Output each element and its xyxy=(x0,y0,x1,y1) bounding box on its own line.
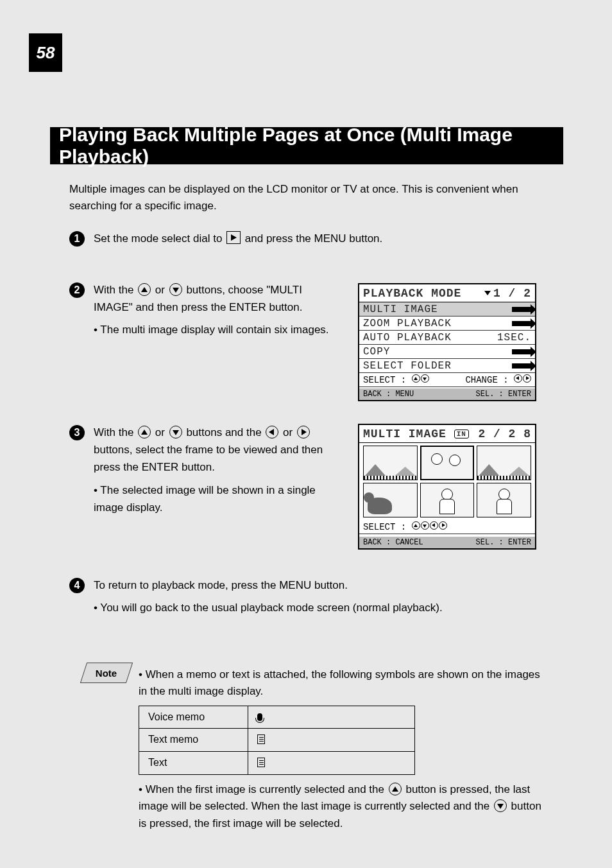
thumbnail-4 xyxy=(363,483,418,517)
lcd1-footer: BACK : MENU SEL. : ENTER xyxy=(359,388,535,400)
lcd1-page: 1 / 2 xyxy=(484,287,531,300)
mini-up-icon xyxy=(412,374,420,383)
memory-in-badge: IN xyxy=(454,430,469,438)
down-arrow-icon xyxy=(169,426,182,438)
mini-down-icon xyxy=(421,374,429,383)
lcd2-title: MULTI IMAGE xyxy=(363,428,446,440)
up-arrow-icon xyxy=(138,283,151,296)
right-arrow-icon xyxy=(297,426,310,438)
note-badge: Note xyxy=(80,663,133,683)
down-arrow-icon xyxy=(169,283,182,296)
step-3-bullet: • The selected image will be shown in a … xyxy=(94,484,316,514)
step-badge-2: 2 xyxy=(69,282,85,298)
step-1: 1 Set the mode select dial to and press … xyxy=(69,230,562,247)
lcd1-header: PLAYBACK MODE 1 / 2 xyxy=(359,284,535,302)
thumbnail-6 xyxy=(477,483,531,517)
step-3-text-a: With the xyxy=(94,426,137,438)
lcd2-nav: SELECT : xyxy=(359,520,535,534)
step-4-bullet: • You will go back to the usual playback… xyxy=(94,602,443,614)
step-badge-3: 3 xyxy=(69,425,85,440)
page-down-indicator-icon xyxy=(484,291,491,295)
symbol-cell xyxy=(248,729,415,752)
symbol-cell xyxy=(248,752,415,775)
symbol-cell xyxy=(248,706,415,729)
doc-icon xyxy=(257,758,265,767)
step-4-text: To return to playback mode, press the ME… xyxy=(94,579,348,591)
lcd2-header: MULTI IMAGE IN 2 / 2 8 xyxy=(359,425,535,443)
lcd2-page: 2 / 2 8 xyxy=(478,428,531,440)
section-title: Playing Back Multiple Pages at Once (Mul… xyxy=(59,124,563,168)
step-1-body: Set the mode select dial to and press th… xyxy=(94,230,562,247)
thumbnail-5 xyxy=(420,483,475,517)
step-badge-4: 4 xyxy=(69,578,85,593)
lcd1-row-zoom: ZOOM PLAYBACK xyxy=(359,317,535,331)
mini-right-icon xyxy=(523,374,531,383)
lcd1-row-copy: COPY xyxy=(359,345,535,359)
table-row: Text xyxy=(139,752,415,775)
step-3-body: With the or buttons and the or buttons, … xyxy=(94,424,344,516)
step-2-text-a: With the xyxy=(94,284,137,296)
step-3: 3 With the or buttons and the or buttons… xyxy=(69,424,344,516)
submenu-arrow-icon xyxy=(512,307,531,312)
mic-icon xyxy=(257,711,264,722)
intro-paragraph: Multiple images can be displayed on the … xyxy=(69,181,544,215)
lcd-playback-menu: PLAYBACK MODE 1 / 2 MULTI IMAGE ZOOM PLA… xyxy=(358,283,536,401)
thumbnail-2-selected xyxy=(420,446,475,480)
note-lead: • When a memo or text is attached, the f… xyxy=(139,666,549,700)
step-1-text-a: Set the mode select dial to xyxy=(94,232,225,245)
step-3-text-b: buttons and the xyxy=(186,426,264,438)
playback-mode-icon xyxy=(226,231,241,244)
note-label: Note xyxy=(96,668,117,679)
up-arrow-icon xyxy=(138,426,151,438)
mini-left-icon xyxy=(430,521,438,530)
thumbnail-1 xyxy=(363,446,418,480)
thumbnail-grid xyxy=(359,443,535,520)
doc-icon xyxy=(257,734,265,744)
step-4-body: To return to playback mode, press the ME… xyxy=(94,577,562,616)
left-arrow-icon xyxy=(266,426,278,438)
lcd1-row-auto: AUTO PLAYBACK 1SEC. xyxy=(359,331,535,345)
page-number: 58 xyxy=(29,33,62,72)
up-arrow-icon xyxy=(389,783,402,795)
down-arrow-icon xyxy=(494,799,507,812)
thumbnail-3 xyxy=(477,446,531,480)
step-1-text-b: and press the MENU button. xyxy=(245,232,383,245)
step-2-body: With the or buttons, choose "MULTI IMAGE… xyxy=(94,281,344,339)
lcd2-footer: BACK : CANCEL SEL. : ENTER xyxy=(359,537,535,548)
mini-left-icon xyxy=(514,374,522,383)
note-body: • When a memo or text is attached, the f… xyxy=(139,666,549,832)
step-3-text-c: buttons, select the frame to be viewed a… xyxy=(94,444,323,473)
table-row: Text memo xyxy=(139,729,415,752)
step-badge-1: 1 xyxy=(69,231,85,247)
lcd-multi-image: MULTI IMAGE IN 2 / 2 8 SELECT : xyxy=(358,424,536,550)
submenu-arrow-icon xyxy=(512,321,531,326)
lcd1-nav: SELECT : CHANGE : xyxy=(359,373,535,387)
lcd1-title: PLAYBACK MODE xyxy=(363,287,461,300)
symbol-table: Voice memo Text memo Text xyxy=(139,706,415,775)
symbol-label: Text memo xyxy=(139,729,248,752)
submenu-arrow-icon xyxy=(512,349,531,354)
symbol-label: Voice memo xyxy=(139,706,248,729)
mini-down-icon xyxy=(421,521,429,530)
section-title-bar: Playing Back Multiple Pages at Once (Mul… xyxy=(50,127,563,164)
symbol-label: Text xyxy=(139,752,248,775)
step-4: 4 To return to playback mode, press the … xyxy=(69,577,562,616)
table-row: Voice memo xyxy=(139,706,415,729)
submenu-arrow-icon xyxy=(512,363,531,369)
note-tail: • When the first image is currently sele… xyxy=(139,781,549,832)
lcd1-row-multi-image: MULTI IMAGE xyxy=(359,302,535,317)
lcd1-row-select-folder: SELECT FOLDER xyxy=(359,359,535,373)
mini-up-icon xyxy=(412,521,420,530)
mini-right-icon xyxy=(439,521,447,530)
step-2: 2 With the or buttons, choose "MULTI IMA… xyxy=(69,281,344,339)
step-2-bullet: • The multi image display will contain s… xyxy=(94,324,329,336)
